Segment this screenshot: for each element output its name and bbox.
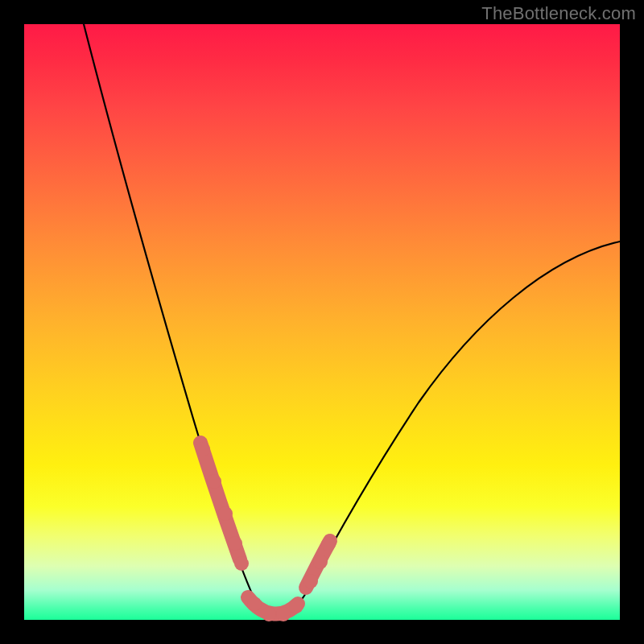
- highlight-dot: [262, 607, 276, 621]
- highlight-dot: [276, 607, 291, 621]
- highlight-dot: [313, 555, 328, 569]
- highlight-dot: [234, 556, 249, 571]
- highlight-dot: [289, 599, 303, 613]
- highlight-dot: [218, 506, 233, 521]
- highlight-dot: [228, 536, 242, 551]
- highlight-dot: [207, 474, 221, 489]
- highlight-dot: [321, 537, 336, 551]
- highlight-dot: [247, 597, 262, 611]
- curve-layer: [24, 24, 620, 620]
- highlight-dot: [196, 442, 210, 456]
- plot-area: [24, 24, 620, 620]
- bottleneck-curve: [84, 24, 620, 618]
- watermark-text: TheBottleneck.com: [481, 3, 636, 24]
- highlight-dot: [303, 574, 318, 588]
- chart-frame: TheBottleneck.com: [0, 0, 644, 644]
